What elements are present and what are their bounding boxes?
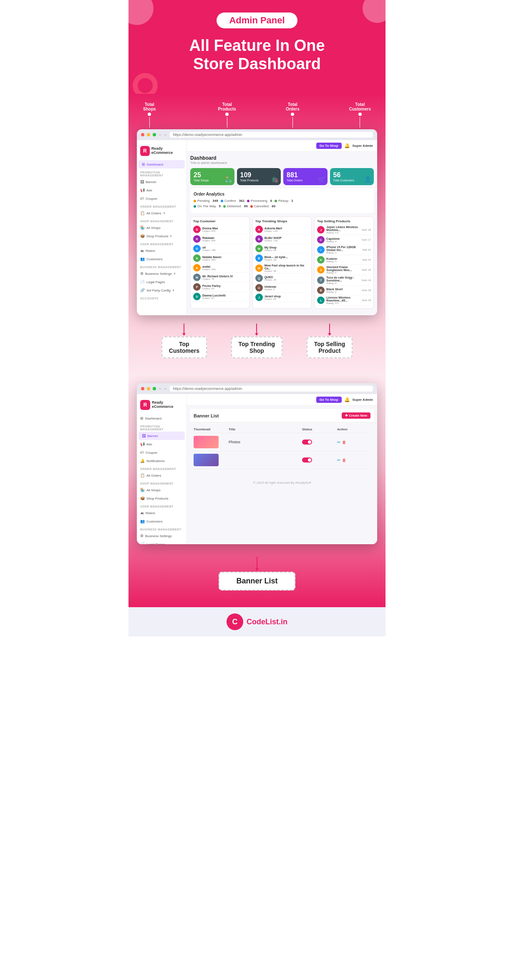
hero-section: Admin Panel All Feature In One Store Das… — [128, 0, 386, 94]
customer-info-7: Pecho Farley Orders: 63 — [202, 284, 221, 290]
b-biz-settings-icon: ⚙ — [140, 534, 144, 538]
b-sidebar-item-riders[interactable]: 🏍 Riders — [137, 509, 186, 517]
banner-page-header: Banner List ✚ Create New — [190, 409, 374, 422]
sidebar-item-coupon[interactable]: 🏷 Coupon — [137, 194, 186, 203]
banner-status-toggle-1[interactable] — [302, 440, 312, 445]
order-analytics-card: Order Analytics Pending 349 Confirm 361 — [190, 188, 374, 213]
page-subtitle: This is admin dashboard. — [190, 161, 374, 165]
go-to-shop-button[interactable]: Go To Shop — [316, 143, 342, 149]
db-content-area: Dashboard This is admin dashboard. 25 To… — [187, 152, 377, 314]
browser-dot-red — [141, 133, 144, 136]
sidebar-section-business: BUSINESS MANAGEMENT — [137, 263, 186, 269]
b-sidebar-item-shop-products[interactable]: 📦 Shop Products — [137, 494, 186, 503]
user-menu[interactable]: Super Admin — [353, 144, 373, 148]
banner-page-title: Banner List — [194, 413, 219, 418]
banner-table: Thumbnail Title Status Action Photos ✏ � — [190, 422, 374, 472]
customer-row-8: D Dawna Lucchetti Orders: 57 — [193, 292, 247, 302]
sidebar-item-3rdparty[interactable]: 🔗 3rd Party Config ∨ — [137, 286, 186, 294]
customers-stat-icon: 👤 — [364, 176, 371, 183]
product-info-2: Capstone Rating: 4 — [326, 237, 360, 243]
deco-circle-tl — [128, 0, 154, 25]
banner-user-menu[interactable]: Super Admin — [353, 398, 373, 402]
shop-info-1: Askoria Mart Orders: 116 — [265, 227, 282, 232]
b-sidebar-item-legal[interactable]: 📄 Legal Pages — [137, 540, 186, 544]
bottom-ann-customers: TopCustomers — [161, 324, 207, 358]
notification-bell-icon[interactable]: 🔔 — [344, 143, 350, 148]
footer: C CodeList.in — [128, 607, 386, 636]
shop-row-1: A Askoria Mart Orders: 116 — [255, 225, 309, 234]
customer-avatar-2: R — [193, 235, 201, 243]
customer-info-2: Rakalam Orders: 854 — [202, 236, 216, 242]
product-row-8: L Lionnes Wireless Reachine...85... Rati… — [317, 295, 371, 306]
ann-total-customers: Total Customers — [349, 102, 371, 128]
dashboard-section: Total Shops Total Products Total Orders … — [128, 94, 386, 375]
b-sidebar-item-customers[interactable]: 👥 Customers — [137, 517, 186, 525]
product-info-3: iPhone 15 Per 128GB Global Ver... Rating… — [326, 246, 360, 254]
b-shop-products-icon: 📦 — [140, 496, 145, 500]
top-customers-panel: Top Customer D Donna Mae Orders: 976 R — [190, 216, 250, 309]
stats-grid: 25 Total Shops 🏪 109 Total Products 🛍️ 8… — [190, 168, 374, 185]
products-stat-icon: 🛍️ — [271, 176, 278, 183]
b-dashboard-icon: ⊞ — [140, 416, 144, 420]
sidebar-item-dashboard[interactable]: ⊞ Dashboard — [139, 160, 185, 168]
sidebar-item-legal-pages[interactable]: 📄 Legal Pages — [137, 278, 186, 286]
shop-row-3: M My Shop Orders: 94 — [255, 244, 309, 254]
deco-circle-tr — [363, 0, 386, 23]
b-sidebar-item-ads[interactable]: 📢 Ads — [137, 440, 186, 448]
sidebar-item-riders[interactable]: 🏍 Riders — [137, 246, 186, 255]
b-sidebar-item-all-orders[interactable]: 📋 All Orders — [137, 471, 186, 480]
footer-logo-text: CodeList.in — [247, 618, 287, 626]
sidebar-item-business-settings[interactable]: ⚙ Business Settings ∨ — [137, 269, 186, 278]
banner-go-shop-btn[interactable]: Go To Shop — [316, 397, 342, 403]
banner-sidebar-logo: R ReadyeCommerce — [137, 397, 186, 412]
analytics-pickup: Pickup 1 — [275, 199, 293, 203]
dashboard-icon: ⊞ — [142, 162, 145, 166]
stat-card-shops: 25 Total Shops 🏪 — [190, 168, 234, 185]
sidebar-section-promotion: PROMOTION MANAGEMENT — [137, 168, 186, 178]
b-sidebar-item-banner[interactable]: 🖼 Banner — [139, 432, 185, 440]
pickup-dot — [275, 200, 277, 202]
col-action: Action — [337, 427, 370, 431]
sidebar-item-all-shops[interactable]: 🏪 All Shops — [137, 224, 186, 232]
sidebar-item-ads[interactable]: 📢 Ads — [137, 186, 186, 194]
analytics-onway: On The Way 5 — [194, 204, 221, 208]
edit-banner-1-icon[interactable]: ✏ — [337, 440, 340, 445]
customer-info-5: arafat Orders: 543 — [202, 265, 216, 271]
customer-row-2: R Rakalam Orders: 854 — [193, 234, 247, 244]
coupon-icon: 🏷 — [140, 196, 144, 201]
b-legal-icon: 📄 — [140, 542, 145, 544]
customer-avatar-8: D — [193, 293, 201, 300]
create-new-button[interactable]: ✚ Create New — [342, 412, 370, 419]
shop-avatar-1: A — [255, 226, 263, 233]
customer-row-4: N Natalia Ibaner Orders: 654 — [193, 254, 247, 263]
browser-dot-green — [153, 133, 156, 136]
banner-status-toggle-2[interactable] — [302, 457, 312, 462]
footer-logo-icon: C — [227, 613, 243, 630]
analytics-processing: Processing 6 — [247, 199, 272, 203]
shop-avatar-4: B — [255, 254, 263, 262]
b-sidebar-section-orders: ORDER MANAGEMENT — [137, 465, 186, 471]
db-topbar: Go To Shop 🔔 Super Admin — [187, 140, 377, 152]
banner-table-row-2: ✏ 🗑 — [194, 451, 370, 469]
delete-banner-1-icon[interactable]: 🗑 — [342, 440, 346, 445]
sidebar-item-shop-products[interactable]: 📦 Shop Products ∨ — [137, 232, 186, 240]
bottom-ann-trending-label: Top TrendingShop — [231, 337, 283, 358]
sidebar-item-all-orders[interactable]: 📋 All Orders ∨ — [137, 209, 186, 217]
sidebar-item-customers[interactable]: 👥 Customers — [137, 255, 186, 263]
ann-total-products: Total Products — [218, 102, 236, 128]
delete-banner-2-icon[interactable]: 🗑 — [342, 458, 346, 462]
edit-banner-2-icon[interactable]: ✏ — [337, 458, 340, 462]
banner-bell-icon[interactable]: 🔔 — [344, 397, 350, 402]
b-sidebar-item-all-shops[interactable]: 🏪 All Shops — [137, 486, 186, 494]
b-sidebar-item-business-settings[interactable]: ⚙ Business Settings — [137, 532, 186, 540]
banner-icon: 🖼 — [140, 180, 144, 184]
b-sidebar-item-coupon[interactable]: 🏷 Coupon — [137, 448, 186, 457]
b-sidebar-item-notifications[interactable]: 🔔 Notifications — [137, 457, 186, 465]
b-sidebar-item-dashboard[interactable]: ⊞ Dashboard — [137, 414, 186, 422]
banner-browser-bar: ← → https://demo.readyecommerce.app/admi… — [137, 383, 377, 394]
sidebar-item-banner[interactable]: 🖼 Banner — [137, 178, 186, 186]
footer-logo-area: C CodeList.in — [135, 613, 379, 630]
bottom-ann-trending: Top TrendingShop — [231, 324, 283, 358]
col-status: Status — [302, 427, 335, 431]
onway-dot — [194, 205, 196, 208]
